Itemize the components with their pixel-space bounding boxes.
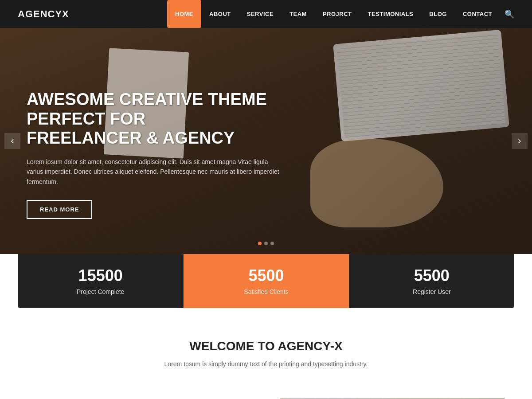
hero-title-line2: FREELANCER & AGENCY — [27, 129, 235, 147]
nav-link-team[interactable]: TEAM — [282, 0, 315, 28]
hero-subtitle: Lorem ipsum dolor sit amet, consectetur … — [27, 157, 284, 187]
nav-link-service[interactable]: SERVICE — [239, 0, 282, 28]
stat-label-users: Register User — [413, 288, 451, 295]
nav-links: HOME ABOUT SERVICE TEAM PROJRCT TESTIMON… — [167, 0, 514, 28]
welcome-title: WELCOME TO AGENCY-X — [27, 339, 505, 353]
carousel-dot-3[interactable] — [270, 242, 274, 245]
carousel-dot-1[interactable] — [258, 242, 262, 245]
welcome-description: Lorem Ipsum is simply dummy text of the … — [133, 360, 399, 368]
nav-link-about[interactable]: ABOUT — [201, 0, 239, 28]
stat-number-users: 5500 — [358, 266, 505, 285]
stat-item-projects: 15500 Project Complete — [18, 254, 183, 308]
nav-item-project[interactable]: PROJRCT — [315, 0, 360, 28]
stat-item-clients: 5500 Satisfied Clients — [183, 254, 348, 308]
stat-item-users: 5500 Register User — [349, 254, 514, 308]
hero-cta-button[interactable]: READ MORE — [27, 200, 92, 219]
nav-link-home[interactable]: HOME — [167, 0, 201, 28]
carousel-next-button[interactable]: › — [512, 133, 528, 149]
nav-link-blog[interactable]: BLOG — [421, 0, 455, 28]
carousel-prev-button[interactable]: ‹ — [4, 133, 20, 149]
search-icon[interactable]: 🔍 — [505, 10, 514, 19]
nav-item-testimonials[interactable]: TESTIMONIALS — [360, 0, 422, 28]
stat-number-projects: 15500 — [27, 266, 174, 285]
nav-item-home[interactable]: HOME — [167, 0, 201, 28]
welcome-section: WELCOME TO AGENCY-X Lorem Ipsum is simpl… — [0, 308, 532, 385]
stat-label-clients: Satisfied Clients — [244, 288, 288, 295]
search-nav-item[interactable]: 🔍 — [500, 9, 514, 19]
carousel-dots — [258, 242, 274, 245]
hero-content: AWESOME CREATIVE THEME PERFECT FOR FREEL… — [0, 28, 310, 237]
nav-item-team[interactable]: TEAM — [282, 0, 315, 28]
nav-item-blog[interactable]: BLOG — [421, 0, 455, 28]
brand-logo: AGENCYX — [18, 8, 69, 20]
nav-item-service[interactable]: SERVICE — [239, 0, 282, 28]
hero-title: AWESOME CREATIVE THEME PERFECT FOR FREEL… — [27, 90, 284, 148]
hero-section: ‹ › AWESOME CREATIVE THEME PERFECT FOR F… — [0, 28, 532, 254]
why-choose-us-section: Why Choose Us Lorem Ipsum is simply dumm… — [0, 385, 532, 399]
stat-label-projects: Project Complete — [77, 288, 124, 295]
navbar: AGENCYX HOME ABOUT SERVICE TEAM PROJRCT … — [0, 0, 532, 28]
nav-item-about[interactable]: ABOUT — [201, 0, 239, 28]
nav-link-testimonials[interactable]: TESTIMONIALS — [360, 0, 422, 28]
nav-item-contact[interactable]: CONTACT — [455, 0, 500, 28]
nav-link-project[interactable]: PROJRCT — [315, 0, 360, 28]
stat-number-clients: 5500 — [192, 266, 340, 285]
carousel-dot-2[interactable] — [264, 242, 268, 245]
nav-link-contact[interactable]: CONTACT — [455, 0, 500, 28]
hero-laptop-decoration — [333, 30, 509, 141]
stats-bar: 15500 Project Complete 5500 Satisfied Cl… — [18, 254, 514, 308]
hero-title-line1: AWESOME CREATIVE THEME PERFECT FOR — [27, 90, 267, 128]
